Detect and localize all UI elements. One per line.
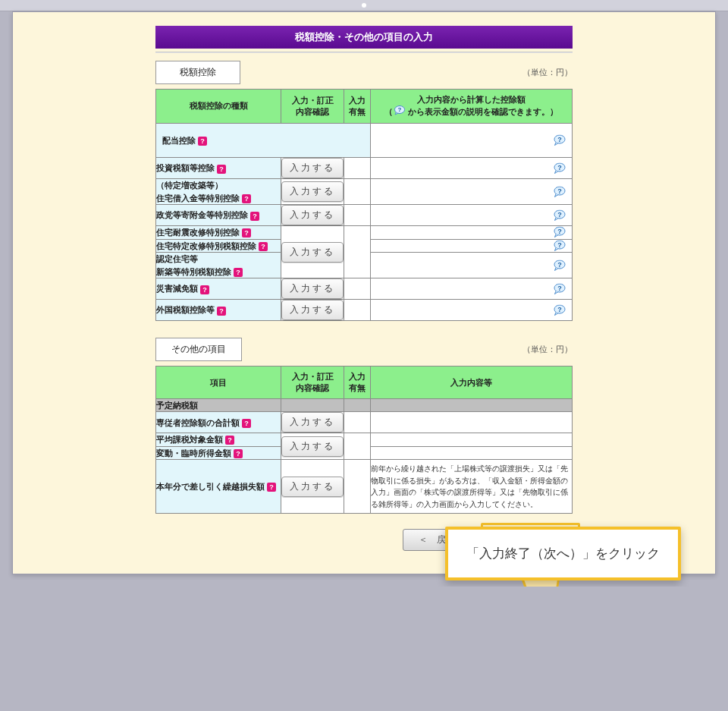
input-button[interactable]: 入力する xyxy=(281,412,344,433)
svg-text:?: ? xyxy=(398,106,402,113)
table-row: 住宅耐震改修特別控除? 入力する ? xyxy=(156,226,573,240)
browser-dot-icon xyxy=(362,3,366,8)
th-item: 項目 xyxy=(156,367,281,399)
title-divider xyxy=(155,52,573,53)
help-icon[interactable]: ? xyxy=(267,483,276,492)
help-icon[interactable]: ? xyxy=(225,436,234,445)
input-button[interactable]: 入力する xyxy=(281,205,344,225)
section2-unit: （単位：円） xyxy=(522,344,573,355)
row-name: 専従者控除額の合計額 xyxy=(156,418,240,427)
help-icon[interactable]: ? xyxy=(259,242,268,251)
table-row: 専従者控除額の合計額? 入力する xyxy=(156,412,573,433)
th-type: 税額控除の種類 xyxy=(156,90,281,124)
table-row: 予定納税額 xyxy=(156,398,573,412)
table-row: 配当控除? ? xyxy=(156,123,573,158)
section1-label: 税額控除 xyxy=(155,61,240,84)
table-header-row: 税額控除の種類 入力・訂正 内容確認 入力 有無 入力内容から計算した控除額 （… xyxy=(156,90,573,124)
row-name: 本年分で差し引く繰越損失額 xyxy=(156,482,265,491)
th-amount-paren-open: （ xyxy=(384,106,393,118)
help-bubble-icon[interactable]: ? xyxy=(554,209,567,221)
help-bubble-icon: ? xyxy=(394,105,406,118)
help-bubble-icon[interactable]: ? xyxy=(554,283,567,294)
input-button[interactable]: 入力する xyxy=(281,477,344,497)
table-header-row: 項目 入力・訂正 内容確認 入力 有無 入力内容等 xyxy=(156,367,573,399)
svg-text:?: ? xyxy=(557,305,562,313)
th-amount-line1: 入力内容から計算した控除額 xyxy=(374,94,569,105)
page-title: 税額控除・その他の項目の入力 xyxy=(155,26,573,49)
help-icon[interactable]: ? xyxy=(200,285,209,294)
instruction-callout: 「入力終了（次へ）」をクリック xyxy=(445,527,681,580)
row-name: 認定住宅等 新築等特別税額控除 xyxy=(156,254,231,276)
table-row: 本年分で差し引く繰越損失額? 入力する 前年から繰り越された「上場株式等の譲渡損… xyxy=(156,460,573,514)
svg-text:?: ? xyxy=(557,260,562,268)
svg-text:?: ? xyxy=(557,163,562,171)
row-name: 災害減免額 xyxy=(156,284,198,293)
help-icon[interactable]: ? xyxy=(242,194,251,203)
svg-text:?: ? xyxy=(557,210,562,218)
row-name: 投資税額等控除 xyxy=(156,163,215,172)
help-bubble-icon[interactable]: ? xyxy=(554,227,567,238)
table-row: 平均課税対象金額? 入力する xyxy=(156,433,573,447)
other-items-table: 項目 入力・訂正 内容確認 入力 有無 入力内容等 予定納税額 専従者控除額の合… xyxy=(155,366,573,514)
help-bubble-icon[interactable]: ? xyxy=(554,240,567,251)
help-icon[interactable]: ? xyxy=(242,228,251,238)
help-icon[interactable]: ? xyxy=(217,307,226,316)
row-name: 変動・臨時所得金額 xyxy=(156,448,231,458)
row-name: 政党等寄附金等特別控除 xyxy=(156,210,248,219)
row-name: 配当控除 xyxy=(162,136,196,145)
help-bubble-icon[interactable]: ? xyxy=(554,260,567,271)
help-icon[interactable]: ? xyxy=(242,419,251,428)
tax-deduction-table: 税額控除の種類 入力・訂正 内容確認 入力 有無 入力内容から計算した控除額 （… xyxy=(155,89,573,321)
input-button[interactable]: 入力する xyxy=(281,300,344,320)
help-bubble-icon[interactable]: ? xyxy=(554,162,567,174)
th-confirm: 入力・訂正 内容確認 xyxy=(281,90,344,124)
svg-text:?: ? xyxy=(557,187,562,194)
svg-text:?: ? xyxy=(557,135,562,143)
input-button[interactable]: 入力する xyxy=(281,158,344,178)
help-icon[interactable]: ? xyxy=(234,449,243,458)
table-row: 投資税額等控除? 入力する ? xyxy=(156,158,573,179)
app-window: 税額控除・その他の項目の入力 税額控除 （単位：円） 税額控除の種類 入力・訂正… xyxy=(12,11,716,574)
help-icon[interactable]: ? xyxy=(250,212,259,221)
table-row: 政党等寄附金等特別控除? 入力する ? xyxy=(156,205,573,226)
input-button[interactable]: 入力する xyxy=(281,181,344,202)
row-name: （特定増改築等） 住宅借入金等特別控除 xyxy=(156,181,240,203)
th-flag: 入力 有無 xyxy=(344,367,371,399)
row-name: 住宅耐震改修特別控除 xyxy=(156,228,240,237)
input-button[interactable]: 入力する xyxy=(281,278,344,299)
section2-label: その他の項目 xyxy=(155,338,242,361)
svg-text:?: ? xyxy=(557,228,562,235)
table-row: 災害減免額? 入力する ? xyxy=(156,278,573,300)
row-name: 外国税額控除等 xyxy=(156,305,215,314)
table-row: （特定増改築等） 住宅借入金等特別控除? 入力する ? xyxy=(156,179,573,205)
help-icon[interactable]: ? xyxy=(234,268,243,277)
svg-text:?: ? xyxy=(557,284,562,291)
row-name: 平均課税対象金額 xyxy=(156,435,223,444)
help-icon[interactable]: ? xyxy=(198,137,207,146)
help-icon[interactable]: ? xyxy=(217,165,226,174)
section1-unit: （単位：円） xyxy=(522,67,573,78)
help-bubble-icon[interactable]: ? xyxy=(554,186,567,197)
th-confirm: 入力・訂正 内容確認 xyxy=(281,367,344,399)
th-amount-paren-text: から表示金額の説明を確認できます。） xyxy=(408,106,558,118)
input-button[interactable]: 入力する xyxy=(281,436,344,457)
th-amount: 入力内容から計算した控除額 （ ? から表示金額の説明を確認できます。） xyxy=(371,90,573,124)
row-name: 住宅特定改修特別税額控除 xyxy=(156,241,256,250)
th-flag: 入力 有無 xyxy=(344,90,371,124)
table-row: 外国税額控除等? 入力する ? xyxy=(156,300,573,321)
svg-text:?: ? xyxy=(557,241,562,248)
browser-chrome xyxy=(0,0,728,11)
help-bubble-icon[interactable]: ? xyxy=(554,134,567,146)
input-button[interactable]: 入力する xyxy=(281,242,344,263)
row-note: 前年から繰り越された「上場株式等の譲渡損失」又は「先物取引に係る損失」がある方は… xyxy=(371,460,573,514)
help-bubble-icon[interactable]: ? xyxy=(554,304,567,316)
th-content: 入力内容等 xyxy=(371,367,573,399)
row-name: 予定納税額 xyxy=(156,401,198,410)
